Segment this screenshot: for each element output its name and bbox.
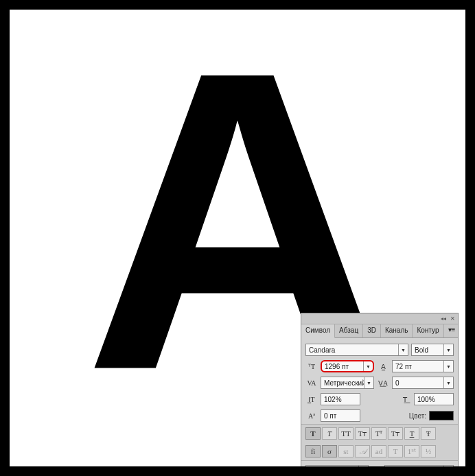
chevron-down-icon[interactable]: ▼: [398, 344, 408, 355]
row-font: Candara ▼ Bold ▼: [301, 338, 458, 358]
tab-channel[interactable]: Каналь: [381, 324, 413, 337]
color-label: Цвет:: [409, 412, 426, 420]
language-combo[interactable]: Английский... ▼: [305, 465, 369, 466]
chevron-down-icon[interactable]: ▼: [443, 344, 453, 355]
vert-scale-combo[interactable]: 102%: [321, 393, 360, 405]
ordinals-button[interactable]: 1ˢᵗ: [404, 445, 419, 457]
row-baseline: Aª 0 пт Цвет:: [301, 407, 458, 424]
canvas[interactable]: A ◂◂ ✕ Символ Абзац 3D Каналь Контур ▾≡ …: [10, 10, 465, 466]
app-frame: A ◂◂ ✕ Символ Абзац 3D Каналь Контур ▾≡ …: [0, 0, 475, 476]
tracking-icon: V͟A: [377, 377, 389, 388]
font-family-combo[interactable]: Candara ▼: [305, 344, 408, 356]
tracking-combo[interactable]: 0 ▼: [392, 377, 454, 389]
panel-titlebar: ◂◂ ✕: [301, 313, 458, 324]
tab-paragraph[interactable]: Абзац: [335, 324, 363, 337]
leading-icon: A̲: [377, 361, 389, 372]
underline-button[interactable]: T: [404, 427, 419, 440]
titling-alt-button[interactable]: ad: [371, 445, 386, 457]
panel-menu-icon[interactable]: ▾≡: [444, 324, 460, 337]
color-swatch[interactable]: [429, 411, 454, 420]
smallcaps-button[interactable]: Tᴛ: [355, 427, 370, 440]
font-family-value: Candara: [306, 346, 398, 354]
horiz-scale-icon: T͟: [399, 394, 411, 405]
row-kerning: VA Метрический ▼ V͟A 0 ▼: [301, 374, 458, 391]
font-size-combo[interactable]: 1296 пт ▼: [321, 360, 374, 372]
font-size-value: 1296 пт: [322, 363, 363, 370]
subscript-button[interactable]: Tᴛ: [388, 427, 403, 440]
vert-scale-icon: I̲T: [305, 394, 318, 405]
swash-button[interactable]: 𝒜: [355, 445, 370, 457]
font-weight-combo[interactable]: Bold ▼: [411, 344, 454, 356]
text-style-bar: T T TT Tᴛ Tᵀ Tᴛ T Ŧ: [301, 424, 458, 442]
horiz-scale-combo[interactable]: 100%: [414, 393, 454, 405]
contextual-alt-button[interactable]: σ: [322, 445, 337, 457]
baseline-shift-value: 0 пт: [321, 412, 360, 420]
row-scale: I̲T 102% T͟ 100%: [301, 391, 458, 407]
character-panel: ◂◂ ✕ Символ Абзац 3D Каналь Контур ▾≡ Ca…: [301, 313, 459, 466]
ligatures-button[interactable]: fi: [305, 445, 321, 457]
font-weight-value: Bold: [412, 346, 443, 354]
font-size-icon: ᵀT: [305, 361, 318, 372]
chevron-down-icon[interactable]: ▼: [443, 466, 453, 466]
collapse-icon[interactable]: ◂◂: [441, 316, 446, 322]
antialias-combo[interactable]: Плавное ▼: [384, 465, 454, 466]
tab-3d[interactable]: 3D: [363, 324, 381, 337]
leading-combo[interactable]: 72 пт ▼: [392, 360, 454, 372]
superscript-button[interactable]: Tᵀ: [371, 427, 386, 440]
row-size: ᵀT 1296 пт ▼ A̲ 72 пт ▼: [301, 358, 458, 374]
chevron-down-icon[interactable]: ▼: [358, 466, 368, 466]
chevron-down-icon[interactable]: ▼: [443, 361, 453, 372]
allcaps-button[interactable]: TT: [338, 427, 354, 440]
chevron-down-icon[interactable]: ▼: [364, 377, 373, 388]
strikethrough-button[interactable]: Ŧ: [421, 427, 436, 440]
fractions-button[interactable]: ½: [421, 445, 436, 457]
chevron-down-icon[interactable]: ▼: [363, 361, 373, 371]
row-language: Английский... ▼ aₐ Плавное ▼: [301, 460, 458, 466]
discretionary-lig-button[interactable]: st: [338, 445, 354, 457]
tracking-value: 0: [393, 379, 443, 387]
kerning-icon: VA: [305, 377, 318, 388]
vert-scale-value: 102%: [321, 396, 360, 403]
chevron-down-icon[interactable]: ▼: [443, 377, 453, 388]
panel-tabs: Символ Абзац 3D Каналь Контур ▾≡: [301, 324, 458, 338]
opentype-bar: fi σ st 𝒜 ad T 1ˢᵗ ½: [301, 442, 458, 460]
horiz-scale-value: 100%: [415, 396, 453, 403]
faux-italic-button[interactable]: T: [322, 427, 337, 440]
stylistic-alt-button[interactable]: T: [388, 445, 403, 457]
kerning-combo[interactable]: Метрический ▼: [321, 377, 374, 389]
baseline-shift-icon: Aª: [305, 410, 318, 421]
close-icon[interactable]: ✕: [450, 316, 455, 322]
tab-symbol[interactable]: Символ: [301, 324, 335, 338]
faux-bold-button[interactable]: T: [305, 427, 321, 440]
baseline-shift-combo[interactable]: 0 пт: [321, 409, 360, 422]
leading-value: 72 пт: [393, 363, 443, 370]
tab-contour[interactable]: Контур: [413, 324, 443, 337]
kerning-value: Метрический: [321, 379, 364, 387]
